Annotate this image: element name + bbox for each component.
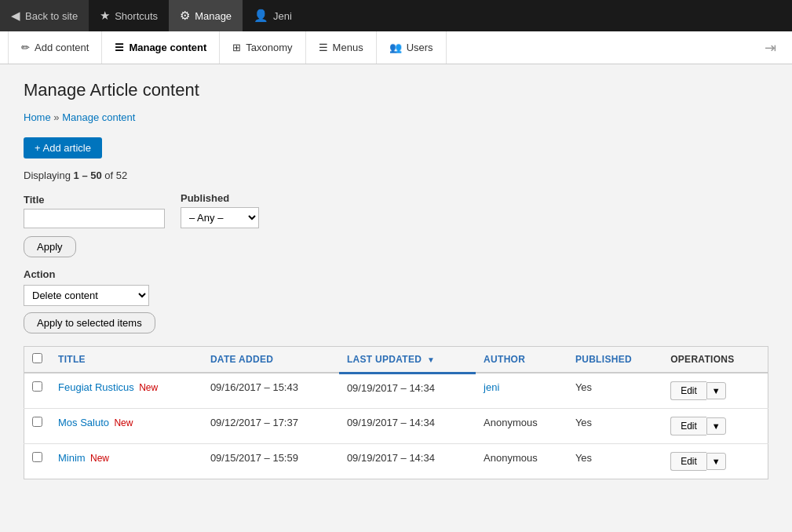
row-published: Yes (568, 444, 662, 479)
back-to-site-nav[interactable]: ◀ Back to site (0, 0, 89, 31)
new-badge: New (88, 453, 109, 464)
edit-dropdown-button[interactable]: ▼ (706, 417, 726, 435)
displaying-prefix: Displaying (24, 169, 74, 181)
published-filter-group: Published – Any – Yes No (181, 192, 259, 228)
taxonomy-icon: ⊞ (232, 42, 241, 53)
th-date-added[interactable]: DATE ADDED (203, 347, 339, 373)
published-filter-label: Published (181, 192, 259, 204)
list-icon: ☰ (115, 42, 124, 53)
back-arrow-icon: ◀ (11, 9, 20, 23)
row-title-link[interactable]: Mos Saluto (58, 417, 109, 428)
apply-selected-button[interactable]: Apply to selected items (24, 312, 155, 333)
menus-icon: ☰ (319, 42, 328, 53)
edit-dropdown-button[interactable]: ▼ (706, 382, 726, 399)
gear-icon: ⚙ (180, 9, 190, 23)
star-icon: ★ (100, 9, 110, 23)
nav-collapse-btn[interactable]: ⇥ (757, 39, 784, 56)
th-last-updated-label: LAST UPDATED (347, 354, 422, 365)
row-checkbox[interactable] (32, 417, 42, 427)
apply-filter-button[interactable]: Apply (24, 236, 76, 257)
manage-content-nav[interactable]: ☰ Manage content (102, 31, 220, 64)
th-operations: OPERATIONS (662, 347, 768, 373)
th-published-label: PUBLISHED (575, 354, 632, 365)
menus-nav[interactable]: ☰ Menus (306, 31, 377, 64)
shortcuts-label: Shortcuts (115, 10, 158, 22)
breadcrumb-home[interactable]: Home (24, 111, 51, 123)
displaying-range: 1 – 50 (74, 169, 102, 181)
new-badge: New (111, 417, 133, 428)
manage-nav[interactable]: ⚙ Manage (169, 0, 243, 31)
table-row: Mos Saluto New09/12/2017 – 17:3709/19/20… (24, 409, 768, 444)
action-select[interactable]: Delete content Publish Unpublish (24, 285, 149, 306)
row-last-updated: 09/19/2017 – 14:34 (339, 409, 476, 444)
th-last-updated[interactable]: LAST UPDATED ▼ (339, 347, 476, 373)
th-author[interactable]: AUTHOR (476, 347, 568, 373)
title-filter-label: Title (24, 194, 165, 206)
breadcrumb: Home » Manage content (24, 111, 768, 123)
edit-button-group: Edit▼ (670, 452, 760, 471)
edit-button[interactable]: Edit (670, 381, 706, 400)
table-row: Minim New09/15/2017 – 15:5909/19/2017 – … (24, 444, 768, 479)
th-published[interactable]: PUBLISHED (568, 347, 662, 373)
table-row: Feugiat Rusticus New09/16/2017 – 15:4309… (24, 373, 768, 409)
page-content: Manage Article content Home » Manage con… (0, 64, 792, 532)
secondary-nav: ✏ Add content ☰ Manage content ⊞ Taxonom… (0, 31, 792, 64)
edit-button-group: Edit▼ (670, 381, 760, 400)
row-date-added: 09/16/2017 – 15:43 (203, 373, 339, 409)
breadcrumb-current[interactable]: Manage content (62, 111, 135, 123)
add-content-label: Add content (35, 42, 89, 53)
action-label: Action (24, 268, 768, 280)
row-published: Yes (568, 409, 662, 444)
row-last-updated: 09/19/2017 – 14:34 (339, 444, 476, 479)
th-date-added-label: DATE ADDED (210, 354, 273, 365)
users-nav[interactable]: 👥 Users (377, 31, 447, 64)
row-checkbox[interactable] (32, 452, 42, 462)
edit-button[interactable]: Edit (670, 417, 706, 435)
shortcuts-nav[interactable]: ★ Shortcuts (89, 0, 169, 31)
row-checkbox[interactable] (32, 381, 42, 392)
page-title: Manage Article content (24, 80, 768, 100)
row-date-added: 09/12/2017 – 17:37 (203, 409, 339, 444)
row-published: Yes (568, 373, 662, 409)
published-filter-select[interactable]: – Any – Yes No (181, 207, 259, 228)
taxonomy-label: Taxonomy (246, 42, 292, 53)
pencil-icon: ✏ (21, 42, 30, 53)
select-all-checkbox[interactable] (32, 353, 42, 363)
row-date-added: 09/15/2017 – 15:59 (203, 444, 339, 479)
edit-button-group: Edit▼ (670, 417, 760, 435)
displaying-suffix: of 52 (102, 169, 128, 181)
top-nav: ◀ Back to site ★ Shortcuts ⚙ Manage 👤 Je… (0, 0, 792, 31)
user-icon: 👤 (254, 9, 268, 23)
users-icon: 👥 (389, 42, 402, 53)
th-title[interactable]: TITLE (50, 347, 203, 373)
row-title-link[interactable]: Minim (58, 452, 86, 464)
row-title-link[interactable]: Feugiat Rusticus (58, 381, 134, 393)
th-select-all (24, 347, 51, 373)
edit-button[interactable]: Edit (670, 452, 706, 471)
add-content-nav[interactable]: ✏ Add content (8, 31, 102, 64)
add-article-button[interactable]: + Add article (24, 137, 102, 159)
row-author: Anonymous (476, 444, 568, 479)
user-label: Jeni (273, 10, 292, 22)
taxonomy-nav[interactable]: ⊞ Taxonomy (220, 31, 305, 64)
displaying-count: Displaying 1 – 50 of 52 (24, 169, 768, 181)
new-badge: New (137, 382, 158, 393)
row-author: Anonymous (476, 409, 568, 444)
content-table: TITLE DATE ADDED LAST UPDATED ▼ AUTHOR P… (24, 346, 768, 479)
breadcrumb-separator: » (53, 111, 62, 123)
row-last-updated: 09/19/2017 – 14:34 (339, 373, 476, 409)
user-nav[interactable]: 👤 Jeni (243, 0, 303, 31)
edit-dropdown-button[interactable]: ▼ (706, 453, 726, 470)
title-filter-input[interactable] (24, 209, 165, 228)
menus-label: Menus (333, 42, 363, 53)
title-filter-group: Title (24, 194, 165, 228)
manage-content-label: Manage content (129, 42, 206, 53)
action-row: Action Delete content Publish Unpublish (24, 268, 768, 306)
th-operations-label: OPERATIONS (670, 354, 734, 365)
row-author-link[interactable]: jeni (484, 381, 499, 393)
filter-row: Title Published – Any – Yes No (24, 192, 768, 228)
th-author-label: AUTHOR (484, 354, 525, 365)
th-title-label: TITLE (58, 354, 86, 365)
manage-label: Manage (195, 10, 232, 22)
sort-down-icon: ▼ (427, 355, 435, 364)
